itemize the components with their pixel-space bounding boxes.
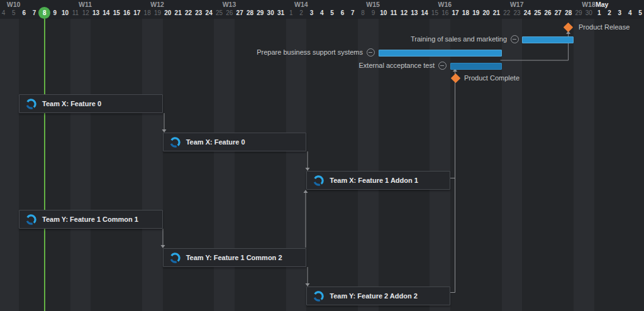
day-header-cell: 24 — [204, 8, 214, 18]
day-header-cell: 18 — [142, 8, 153, 18]
sprint-box-team-x-feature-0-a[interactable]: Team X: Feature 0 — [19, 94, 163, 113]
day-header-cell: 5 — [327, 8, 338, 18]
sprint-label: Team X: Feature 0 — [186, 138, 245, 146]
day-header-cell: 6 — [337, 8, 348, 18]
day-header-cell: 25 — [214, 8, 225, 18]
sprint-cycle-icon — [169, 252, 181, 264]
day-header-cell: 21 — [491, 8, 502, 18]
day-header-cell: 11 — [389, 8, 399, 18]
dependency-lines — [0, 0, 644, 311]
day-header-cell: 28 — [245, 8, 255, 18]
sprint-cycle-icon — [25, 214, 37, 226]
day-header-cell: 20 — [481, 8, 492, 18]
sprint-cycle-icon — [313, 175, 325, 187]
sprint-box-team-y-feature-1-common-2[interactable]: Team Y: Feature 1 Common 2 — [163, 248, 307, 267]
sprint-cycle-icon — [169, 136, 181, 148]
timeline-header: May W10W11W12W13W14W15W16W17W18456789101… — [0, 0, 644, 19]
day-header-cell: 18 — [460, 8, 471, 18]
day-header-cell: 4 — [0, 8, 9, 18]
day-header-cell: 17 — [450, 8, 461, 18]
day-header-cell: 1 — [286, 8, 296, 18]
day-header-cell: 7 — [347, 8, 358, 18]
day-header-cell: 23 — [193, 8, 204, 18]
day-header-cell: 10 — [60, 8, 70, 18]
day-header-cell: 27 — [553, 8, 564, 18]
day-header-cell: 23 — [512, 8, 523, 18]
day-header-cell: 4 — [316, 8, 327, 18]
day-header-cell: 29 — [255, 8, 265, 18]
taskbar-label-training: Training of sales and marketing — [411, 35, 507, 43]
week-label: W10 — [7, 1, 21, 8]
day-header-cell: 22 — [501, 8, 512, 18]
sprint-box-team-y-feature-1-common-1[interactable]: Team Y: Feature 1 Common 1 — [19, 210, 163, 229]
day-header-cell: 5 — [635, 8, 644, 18]
taskbar-training[interactable] — [522, 36, 574, 43]
day-header-cell: 13 — [91, 8, 101, 18]
week-label: W13 — [223, 1, 236, 8]
milestone-label-product-complete: Product Complete — [464, 74, 519, 82]
week-label: W14 — [294, 1, 308, 8]
week-label: W12 — [150, 1, 164, 8]
collapse-icon[interactable] — [511, 35, 519, 43]
day-header-cell: 13 — [409, 8, 419, 18]
day-header-cell: 21 — [173, 8, 184, 18]
day-header-cell: 5 — [8, 8, 19, 18]
day-header-cell: 15 — [430, 8, 440, 18]
day-header-cell: 19 — [470, 8, 481, 18]
day-header-cell: 12 — [399, 8, 409, 18]
day-header-cell: 16 — [121, 8, 132, 18]
day-header-cell: 20 — [162, 8, 173, 18]
day-header-cell: 19 — [152, 8, 163, 18]
day-header-cell: 14 — [419, 8, 430, 18]
day-header-cell: 29 — [574, 8, 584, 18]
day-header-cell: 11 — [70, 8, 80, 18]
taskbar-prepare-business-support[interactable] — [379, 50, 502, 57]
day-header-cell: 9 — [368, 8, 379, 18]
day-header-cell: 25 — [532, 8, 543, 18]
day-header-cell: 24 — [522, 8, 533, 18]
week-label: W11 — [79, 1, 92, 8]
sprint-label: Team Y: Feature 1 Common 2 — [186, 254, 282, 261]
day-header-cell: 3 — [614, 8, 625, 18]
collapse-icon[interactable] — [367, 48, 375, 57]
day-header-cell: 16 — [440, 8, 450, 18]
sprint-cycle-icon — [25, 98, 37, 110]
day-header-cell: 2 — [604, 8, 615, 18]
week-label: W17 — [510, 1, 524, 8]
sprint-label: Team Y: Feature 2 Addon 2 — [330, 292, 418, 300]
day-header-cell: 6 — [19, 8, 30, 18]
day-header-cell: 31 — [275, 8, 286, 18]
sprint-label: Team X: Feature 1 Addon 1 — [330, 177, 418, 184]
sprint-label: Team X: Feature 0 — [42, 100, 101, 107]
day-header-cell: 12 — [80, 8, 91, 18]
day-header-cell: 1 — [594, 8, 604, 18]
day-header-cell: 3 — [306, 8, 317, 18]
day-header-cell: 28 — [563, 8, 574, 18]
day-header-cell: 22 — [183, 8, 194, 18]
sprint-cycle-icon — [313, 290, 325, 302]
sprint-label: Team Y: Feature 1 Common 1 — [42, 216, 138, 223]
milestone-label-product-release: Product Release — [579, 23, 630, 31]
day-header-cell: 8 — [358, 8, 369, 18]
day-header-cell: 2 — [296, 8, 307, 18]
sprint-box-team-x-feature-1-addon-1[interactable]: Team X: Feature 1 Addon 1 — [306, 171, 450, 190]
day-header-cell: 9 — [50, 8, 60, 18]
day-header-cell: 15 — [111, 8, 122, 18]
day-header-cell: 10 — [378, 8, 389, 18]
collapse-icon[interactable] — [438, 62, 447, 70]
sprint-box-team-y-feature-2-addon-2[interactable]: Team Y: Feature 2 Addon 2 — [306, 286, 450, 305]
week-label: W16 — [438, 1, 452, 8]
day-header-cell: 30 — [584, 8, 594, 18]
taskbar-label-external: External acceptance test — [359, 62, 435, 70]
day-header-cell: 27 — [235, 8, 245, 18]
day-header-cell: 30 — [265, 8, 276, 18]
week-label: W15 — [366, 1, 380, 8]
month-label: May — [596, 1, 608, 8]
day-header-cell: 4 — [625, 8, 635, 18]
gantt-chart: May W10W11W12W13W14W15W16W17W18456789101… — [0, 0, 644, 311]
day-header-cell: 26 — [224, 8, 235, 18]
taskbar-external-acceptance-test[interactable] — [450, 63, 502, 70]
sprint-box-team-x-feature-0-b[interactable]: Team X: Feature 0 — [163, 133, 307, 151]
day-header-cell: 26 — [543, 8, 553, 18]
day-header-cell: 14 — [101, 8, 111, 18]
